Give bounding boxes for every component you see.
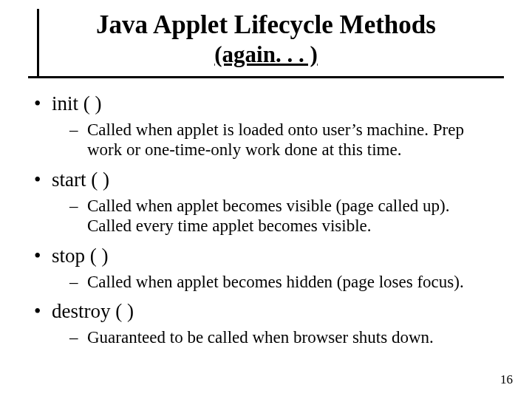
bullet-init: init ( ) — [30, 92, 497, 117]
bullet-start: start ( ) — [30, 168, 497, 193]
title-rule-horizontal — [28, 76, 504, 78]
bullet-start-detail: Called when applet becomes visible (page… — [30, 196, 497, 236]
slide-title: Java Applet Lifecycle Methods — [28, 10, 504, 40]
content-area: init ( ) Called when applet is loaded on… — [30, 90, 497, 355]
bullet-init-detail: Called when applet is loaded onto user’s… — [30, 120, 497, 160]
bullet-destroy: destroy ( ) — [30, 299, 497, 324]
bullet-stop-detail: Called when applet becomes hidden (page … — [30, 272, 497, 293]
title-block: Java Applet Lifecycle Methods (again. . … — [28, 10, 504, 68]
slide-subtitle: (again. . . ) — [28, 41, 504, 68]
page-number: 16 — [500, 372, 513, 387]
bullet-destroy-detail: Guaranteed to be called when browser shu… — [30, 327, 497, 348]
slide: Java Applet Lifecycle Methods (again. . … — [0, 0, 532, 399]
bullet-stop: stop ( ) — [30, 244, 497, 269]
